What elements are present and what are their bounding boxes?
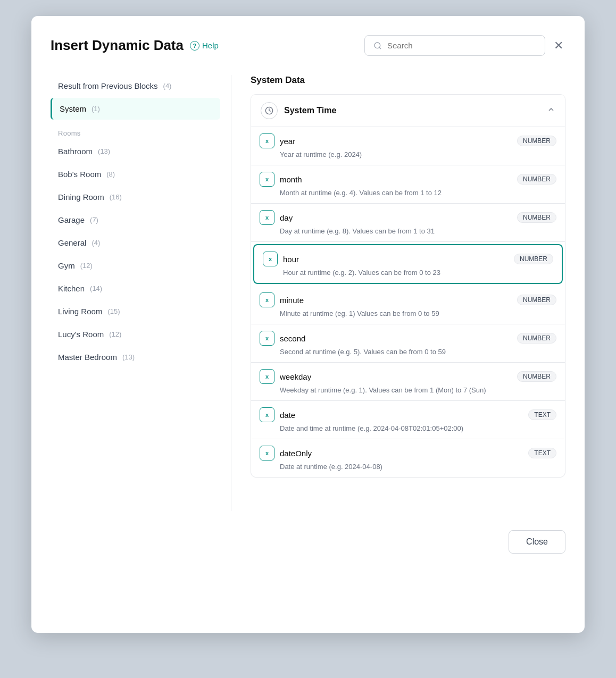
variable-icon: x bbox=[260, 446, 274, 461]
sidebar-item-system[interactable]: System (1) bbox=[51, 98, 220, 120]
item-description: Weekday at runtime (e.g. 1). Values can … bbox=[260, 386, 556, 394]
type-badge: NUMBER bbox=[517, 136, 556, 146]
sidebar-item-label: Gym bbox=[58, 261, 75, 270]
var-name: day bbox=[280, 213, 512, 222]
data-items-list: x year NUMBER Year at runtime (e.g. 2024… bbox=[251, 127, 565, 477]
item-description: Month at runtime (e.g. 4). Values can be… bbox=[260, 189, 556, 197]
sidebar-item-label: Lucy's Room bbox=[58, 330, 104, 339]
variable-icon: x bbox=[260, 292, 274, 307]
variable-icon: x bbox=[263, 252, 278, 266]
sidebar-item-general[interactable]: General (4) bbox=[51, 232, 220, 254]
variable-icon: x bbox=[260, 172, 274, 187]
search-input[interactable] bbox=[387, 41, 536, 50]
sidebar-item-label: Garage bbox=[58, 215, 85, 224]
help-circle-icon: ? bbox=[190, 41, 199, 51]
type-badge: NUMBER bbox=[517, 371, 556, 382]
type-badge: NUMBER bbox=[517, 295, 556, 305]
modal-footer: Close bbox=[51, 515, 565, 554]
data-item-row: x weekday NUMBER bbox=[260, 369, 556, 384]
data-item-month[interactable]: x month NUMBER Month at runtime (e.g. 4)… bbox=[251, 165, 565, 204]
sidebar-item-label: Dining Room bbox=[58, 192, 104, 202]
data-item-row: x year NUMBER bbox=[260, 133, 556, 148]
var-name: date bbox=[280, 411, 523, 420]
help-label: Help bbox=[202, 41, 219, 50]
sidebar-item-dining-room[interactable]: Dining Room (16) bbox=[51, 186, 220, 208]
sidebar-item-master-bedroom[interactable]: Master Bedroom (13) bbox=[51, 346, 220, 368]
type-badge: TEXT bbox=[528, 409, 556, 420]
sidebar-item-count: (13) bbox=[122, 353, 135, 361]
main-content: System Data System Time bbox=[231, 75, 565, 511]
card-header[interactable]: System Time bbox=[251, 95, 565, 127]
sidebar-item-gym[interactable]: Gym (12) bbox=[51, 255, 220, 277]
item-description: Hour at runtime (e.g. 2). Values can be … bbox=[263, 269, 553, 277]
rooms-section-label: Rooms bbox=[51, 121, 220, 140]
sidebar-item-label: Master Bedroom bbox=[58, 353, 117, 362]
sidebar-item-garage[interactable]: Garage (7) bbox=[51, 209, 220, 231]
sidebar-item-count: (12) bbox=[109, 330, 121, 338]
sidebar-item-count: (1) bbox=[91, 105, 100, 113]
sidebar-item-label: General bbox=[58, 238, 86, 247]
data-item-day[interactable]: x day NUMBER Day at runtime (e.g. 8). Va… bbox=[251, 204, 565, 242]
data-item-row: x hour NUMBER bbox=[263, 252, 553, 266]
help-link[interactable]: ? Help bbox=[190, 41, 219, 51]
sidebar-item-bobs-room[interactable]: Bob's Room (8) bbox=[51, 163, 220, 185]
sidebar-item-count: (7) bbox=[90, 216, 98, 224]
data-item-row: x date TEXT bbox=[260, 407, 556, 422]
data-item-weekday[interactable]: x weekday NUMBER Weekday at runtime (e.g… bbox=[251, 363, 565, 401]
var-name: dateOnly bbox=[280, 449, 523, 458]
type-badge: TEXT bbox=[528, 448, 556, 458]
sidebar-item-lucys-room[interactable]: Lucy's Room (12) bbox=[51, 323, 220, 345]
data-item-date[interactable]: x date TEXT Date and time at runtime (e.… bbox=[251, 401, 565, 439]
close-button[interactable]: Close bbox=[509, 530, 565, 554]
item-description: Second at runtime (e.g. 5). Values can b… bbox=[260, 348, 556, 356]
sidebar-item-label: Bathroom bbox=[58, 147, 93, 156]
sidebar-item-previous[interactable]: Result from Previous Blocks (4) bbox=[51, 75, 220, 97]
sidebar: Result from Previous Blocks (4) System (… bbox=[51, 75, 231, 511]
data-item-row: x day NUMBER bbox=[260, 210, 556, 225]
type-badge: NUMBER bbox=[514, 254, 553, 264]
data-item-year[interactable]: x year NUMBER Year at runtime (e.g. 2024… bbox=[251, 127, 565, 165]
sidebar-item-count: (4) bbox=[163, 82, 172, 90]
data-item-dateonly[interactable]: x dateOnly TEXT Date at runtime (e.g. 20… bbox=[251, 439, 565, 477]
sidebar-item-label: Result from Previous Blocks bbox=[58, 81, 158, 90]
sidebar-item-living-room[interactable]: Living Room (15) bbox=[51, 300, 220, 322]
variable-icon: x bbox=[260, 210, 274, 225]
data-item-minute[interactable]: x minute NUMBER Minute at runtime (eg. 1… bbox=[251, 286, 565, 324]
close-x-button[interactable]: ✕ bbox=[552, 38, 565, 54]
modal-header: Insert Dynamic Data ? Help ✕ bbox=[51, 35, 565, 56]
sidebar-item-label: Kitchen bbox=[58, 284, 85, 293]
var-name: weekday bbox=[280, 372, 512, 381]
search-bar bbox=[364, 35, 545, 56]
data-item-second[interactable]: x second NUMBER Second at runtime (e.g. … bbox=[251, 324, 565, 363]
item-description: Year at runtime (e.g. 2024) bbox=[260, 150, 556, 158]
sidebar-item-count: (16) bbox=[110, 193, 122, 201]
modal-body: Result from Previous Blocks (4) System (… bbox=[51, 75, 565, 511]
sidebar-item-count: (13) bbox=[98, 147, 110, 155]
sidebar-item-bathroom[interactable]: Bathroom (13) bbox=[51, 140, 220, 162]
variable-icon: x bbox=[260, 407, 274, 422]
modal-dialog: Insert Dynamic Data ? Help ✕ Result from… bbox=[31, 16, 585, 633]
section-title: System Data bbox=[251, 75, 565, 86]
data-item-row: x month NUMBER bbox=[260, 172, 556, 187]
data-item-hour[interactable]: x hour NUMBER Hour at runtime (e.g. 2). … bbox=[253, 244, 563, 284]
sidebar-item-count: (15) bbox=[107, 307, 120, 315]
chevron-up-button[interactable] bbox=[547, 105, 555, 116]
var-name: hour bbox=[283, 255, 509, 264]
type-badge: NUMBER bbox=[517, 212, 556, 223]
card-title: System Time bbox=[284, 106, 336, 115]
card-header-left: System Time bbox=[261, 102, 336, 119]
svg-point-0 bbox=[374, 43, 380, 48]
sidebar-item-kitchen[interactable]: Kitchen (14) bbox=[51, 278, 220, 299]
variable-icon: x bbox=[260, 133, 274, 148]
var-name: minute bbox=[280, 296, 512, 305]
sidebar-item-count: (8) bbox=[106, 170, 115, 178]
sidebar-item-count: (12) bbox=[80, 262, 93, 270]
search-icon bbox=[373, 41, 382, 50]
data-item-row: x minute NUMBER bbox=[260, 292, 556, 307]
item-description: Date and time at runtime (e.g. 2024-04-0… bbox=[260, 424, 556, 432]
sidebar-item-count: (4) bbox=[91, 239, 100, 247]
item-description: Date at runtime (e.g. 2024-04-08) bbox=[260, 463, 556, 471]
modal-title: Insert Dynamic Data bbox=[51, 37, 184, 54]
sidebar-item-label: Bob's Room bbox=[58, 170, 101, 179]
item-description: Day at runtime (e.g. 8). Values can be f… bbox=[260, 227, 556, 235]
